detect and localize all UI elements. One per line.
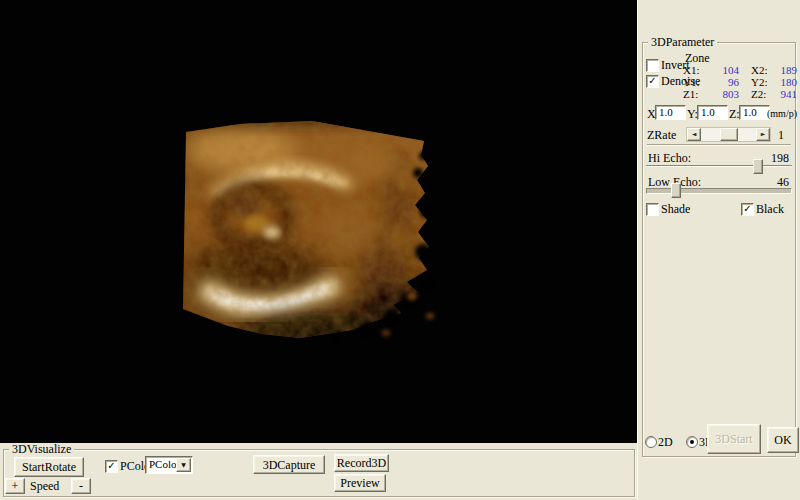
parameter-groupbox: 3DParameter Invert ✓ Denoise Zone X1: 10… [642,42,796,457]
dropdown-arrow-icon[interactable]: ▼ [176,458,191,472]
black-label: Black [756,203,784,215]
scroll-right-icon[interactable]: ► [756,128,770,141]
zone-x1-label: X1: [683,64,709,76]
zone-z2-label: Z2: [739,88,763,100]
parameter-group-label: 3DParameter [648,36,717,48]
start-rotate-button[interactable]: StartRotate [14,457,84,477]
ok-button[interactable]: OK [767,427,799,453]
low-echo-slider-thumb[interactable] [671,183,681,198]
scale-y-field[interactable]: 1.0 [697,105,728,120]
hi-echo-slider-thumb[interactable] [753,159,763,174]
zone-z1-value: 803 [709,88,739,100]
zrate-value: 1 [778,129,784,141]
black-checkbox[interactable]: ✓ [741,203,754,216]
mode-2d-label: 2D [658,436,673,448]
low-echo-slider-track[interactable] [646,188,792,194]
pcolor-select[interactable]: PColor ▼ [145,456,193,474]
hi-echo-slider[interactable] [646,159,792,173]
speed-label: Speed [30,480,59,492]
3d-viewport[interactable] [0,0,637,443]
visualize-groupbox: 3DVisualize StartRotate + Speed - ✓ PCol… [3,449,635,497]
hi-echo-slider-track[interactable] [646,165,792,166]
mode-2d-radio[interactable] [645,436,657,448]
zone-y1-value: 96 [709,76,739,88]
low-echo-slider[interactable] [646,183,792,197]
app-window: 3DParameter Invert ✓ Denoise Zone X1: 10… [0,0,800,500]
separator [647,144,791,146]
speed-plus-button[interactable]: + [5,478,25,494]
shade-checkbox[interactable] [646,203,659,216]
invert-checkbox[interactable] [646,59,659,72]
scroll-left-icon[interactable]: ◄ [687,128,701,141]
zone-y2-value: 180 [763,76,797,88]
zone-y1-label: Y1: [683,76,709,88]
denoise-checkbox[interactable]: ✓ [646,75,659,88]
zone-z1-label: Z1: [683,88,709,100]
zone-x1-value: 104 [709,64,739,76]
ultrasound-3d-render [0,0,637,443]
shade-label: Shade [661,203,690,215]
zone-y2-label: Y2: [739,76,763,88]
capture-3d-button[interactable]: 3DCapture [253,455,325,474]
zrate-label: ZRate [647,129,676,141]
zone-x2-label: X2: [739,64,763,76]
pcolor-checkbox[interactable]: ✓ [105,460,118,473]
zrate-scrollbar-thumb[interactable] [720,128,738,141]
radio-dot-icon [690,440,694,444]
zrate-scrollbar[interactable]: ◄ ► [686,127,771,142]
start-3d-button[interactable]: 3DStart [707,424,761,454]
speed-minus-button[interactable]: - [71,478,91,494]
zone-label: Zone [685,52,710,64]
checkmark-icon: ✓ [742,204,753,214]
checkmark-icon: ✓ [106,461,117,471]
scale-x-field[interactable]: 1.0 [655,105,686,120]
mode-3d-radio[interactable] [686,436,698,448]
visualize-group-label: 3DVisualize [9,443,74,455]
record-3d-button[interactable]: Record3D [334,454,389,472]
scale-unit-label: (mm/p) [767,108,797,120]
checkmark-icon: ✓ [647,76,658,86]
scale-z-field[interactable]: 1.0 [739,105,770,120]
preview-button[interactable]: Preview [334,474,386,492]
zone-x2-value: 189 [763,64,797,76]
zone-values-table: X1: 104 X2: 189 Y1: 96 Y2: 180 Z1: 803 Z… [683,64,797,100]
zone-z2-value: 941 [763,88,797,100]
